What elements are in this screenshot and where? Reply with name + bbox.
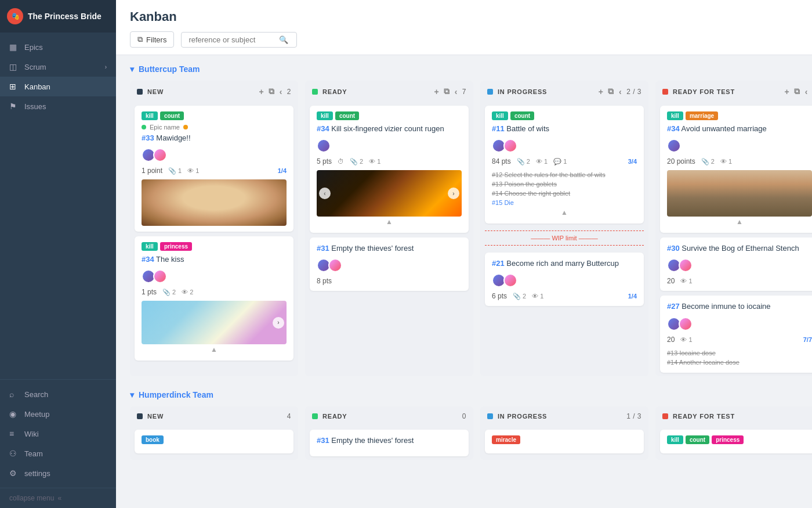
chevron-right-icon: › [105,64,107,70]
wip-limit-indicator: ——— WIP limit ——— [485,230,644,246]
card-next-arrow[interactable]: › [448,188,459,199]
fraction-count: 3/4 [628,158,637,165]
sidebar-item-epics[interactable]: ▦ Epics [0,37,116,57]
card-title[interactable]: #31 Empty the thieves' forest [317,435,462,446]
card-prev-arrow[interactable]: ‹ [319,188,331,199]
kanban-board: ▾ Buttercup Team NEW + ⧉ ‹ 2 [116,55,812,508]
col-body-test: kill marriage #34 Avoid unwanted marriag… [655,102,812,376]
buttercup-columns: NEW + ⧉ ‹ 2 kill count [130,81,812,376]
sidebar-item-scrum[interactable]: ◫ Scrum › [0,57,116,77]
app-title: The Princess Bride [28,12,102,21]
team-section-buttercup: ▾ Buttercup Team NEW + ⧉ ‹ 2 [130,64,798,376]
col-hump-header-ready: READY 0 [305,406,473,426]
card-11-meta: 84 pts 📎 2 👁 1 💬 1 3/4 [492,157,637,165]
col-count-new: 2 [287,88,291,96]
collapse-menu-button[interactable]: collapse menu « [0,488,116,508]
team-header-buttercup[interactable]: ▾ Buttercup Team [130,64,798,74]
card-collapse-arrow[interactable]: ▲ [667,217,812,227]
col-collapse-progress[interactable]: ‹ [619,87,622,96]
card-21-title[interactable]: #21 Become rich and marry Buttercup [492,258,637,269]
sidebar-bottom-nav: ⌕ Search ◉ Meetup ≡ Wiki ⚇ Team ⚙ settin… [0,379,116,488]
col-collapse-ready[interactable]: ‹ [455,87,458,96]
card-collapse-arrow[interactable]: ▲ [492,207,637,218]
col-filter-new[interactable]: ⧉ [269,87,275,96]
sidebar-item-settings[interactable]: ⚙ settings [0,463,116,483]
card-mar-meta: 20 points 📎 2 👁 1 [667,157,812,165]
card-collapse-arrow[interactable]: ▲ [142,344,287,355]
card-31-title[interactable]: #31 Empty the thieves' forest [317,243,462,254]
team-header-humperdinck[interactable]: ▾ Humperdinck Team [130,390,798,399]
fraction-count: 1/4 [278,167,287,174]
card-next-arrow[interactable]: › [273,317,284,329]
subtask-15: #15 Die [492,198,637,207]
card-11-title[interactable]: #11 Battle of wits [492,124,637,134]
sidebar-nav: ▦ Epics ◫ Scrum › ⊞ Kanban ⚑ Issues [0,33,116,379]
card-31-avatars [317,258,462,272]
view-count: 👁 1 [720,158,732,165]
card-11-pts: 84 pts [492,157,511,165]
col-add-ready[interactable]: + [434,87,439,96]
sidebar-item-issues[interactable]: ⚑ Issues [0,96,116,116]
card-31-pts: 8 pts [317,277,332,285]
col-filter-progress[interactable]: ⧉ [608,87,614,96]
card-collapse-arrow[interactable]: ▲ [317,217,462,227]
team-name-buttercup: Buttercup Team [139,64,200,74]
col-add-new[interactable]: + [259,87,264,96]
card-33-title[interactable]: #33 Mawidge!! [142,133,287,143]
epic-dot1 [142,125,146,129]
scrum-icon: ◫ [9,62,19,71]
card-mar-pts: 20 points [667,157,695,165]
card-34-kiss: kill princess #34 The kiss 1 [135,236,293,361]
col-collapse-test[interactable]: ‹ [805,87,808,96]
card-21-avatars [492,273,637,287]
collapse-menu-label: collapse menu [9,494,54,502]
humperdinck-columns: NEW 4 book READY [130,406,812,460]
card-34-title[interactable]: #34 The kiss [142,254,287,265]
sidebar-item-team[interactable]: ⚇ Team [0,444,116,463]
card-34-tags: kill princess [142,242,287,251]
filters-button[interactable]: ⧉ Filters [130,31,174,48]
search-nav-icon: ⌕ [9,390,19,399]
card-33-image [142,179,287,226]
card-33-epic: Epic name [142,124,287,131]
col-add-progress[interactable]: + [599,87,604,96]
col-filter-ready[interactable]: ⧉ [444,87,450,96]
col-filter-test[interactable]: ⧉ [794,87,800,96]
issues-icon: ⚑ [9,102,19,111]
col-header-ready: READY + ⧉ ‹ 7 [305,81,473,102]
avatar [503,139,517,153]
sidebar-label-scrum: Scrum [24,63,46,71]
tag-princess: princess [160,242,192,251]
epic-name: Epic name [150,124,180,131]
attach-count: 📎 2 [513,293,526,300]
tag-count: count [335,111,359,120]
col-count: 4 [287,412,291,420]
column-in-progress: IN PROGRESS + ⧉ ‹ 2 / 3 kill count [480,81,648,376]
card-27-title[interactable]: #27 Become inmune to iocaine [667,301,812,312]
card-30-avatars [667,258,812,272]
sidebar-item-kanban[interactable]: ⊞ Kanban [0,77,116,96]
sidebar-item-meetup[interactable]: ◉ Meetup [0,404,116,424]
sidebar-item-search[interactable]: ⌕ Search [0,384,116,404]
card-viz-title[interactable]: #34 Kill six-fingered vizier count rugen [317,124,462,134]
view-count: 👁 1 [187,167,199,174]
card-33: kill count Epic name #33 Mawidge!! [135,106,293,232]
card-30-title[interactable]: #30 Survive the Bog of Ethernal Stench [667,243,812,254]
view-count: 👁 2 [182,289,193,296]
search-input[interactable] [188,35,276,44]
col-collapse-new[interactable]: ‹ [280,87,282,96]
card-34-image: › [142,301,287,344]
sidebar-item-wiki[interactable]: ≡ Wiki [0,424,116,444]
col-title-new: NEW [147,88,254,95]
avatar [317,139,331,153]
search-icon: 🔍 [279,35,288,44]
col-add-test[interactable]: + [784,87,789,96]
wiki-icon: ≡ [9,429,19,438]
col-dot [137,413,143,419]
card-viz-image: ‹ › [317,170,462,217]
card-mar-title[interactable]: #34 Avoid unwanted marriage [667,124,812,134]
tag-kill: kill [317,111,333,120]
col-title: READY [322,413,458,420]
view-count: 👁 1 [536,158,548,165]
team-chevron-icon: ▾ [130,390,134,399]
